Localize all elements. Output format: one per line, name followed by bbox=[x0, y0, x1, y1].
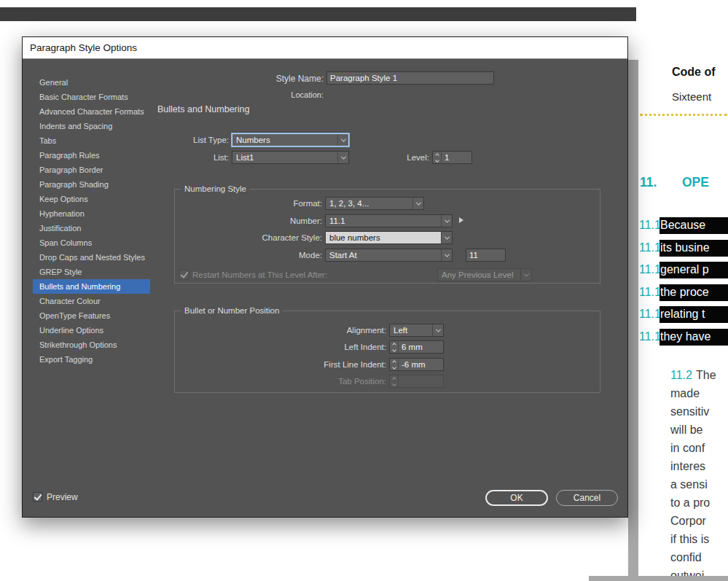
ok-button[interactable]: OK bbox=[485, 490, 548, 506]
number-label: Number: bbox=[213, 214, 322, 227]
location-label: Location: bbox=[251, 88, 324, 101]
chevron-down-icon bbox=[432, 324, 443, 336]
stepper-arrows-icon[interactable] bbox=[390, 359, 399, 370]
doc-para-line: in conf bbox=[670, 439, 728, 457]
doc-section-number: 11. bbox=[640, 175, 657, 190]
sidebar-item-hyphenation[interactable]: Hyphenation bbox=[33, 206, 150, 221]
doc-para-line: confid bbox=[670, 548, 728, 566]
tab-position-value bbox=[399, 375, 443, 387]
cancel-button[interactable]: Cancel bbox=[556, 490, 618, 506]
doc-para-line: if this is bbox=[670, 530, 728, 548]
stepper-arrows-icon[interactable] bbox=[433, 152, 442, 163]
number-flyout-icon[interactable] bbox=[459, 217, 463, 223]
character-style-value: blue numbers bbox=[326, 232, 441, 243]
format-dropdown[interactable]: 1, 2, 3, 4... bbox=[325, 197, 424, 210]
dialog-title: Paragraph Style Options bbox=[23, 37, 627, 59]
panel-title: Bullets and Numbering bbox=[157, 104, 249, 114]
doc-numbered-line: 11.1 they have bbox=[639, 329, 728, 346]
stepper-arrows-icon[interactable] bbox=[390, 341, 399, 353]
first-line-indent-stepper[interactable]: -6 mm bbox=[389, 358, 444, 371]
doc-line-text-highlighted: general p bbox=[659, 262, 728, 278]
stepper-arrows-icon bbox=[390, 375, 399, 387]
doc-line-number: 11.1 bbox=[639, 217, 659, 234]
style-name-input[interactable] bbox=[326, 71, 494, 85]
sidebar-item-paragraph-shading[interactable]: Paragraph Shading bbox=[33, 177, 150, 192]
doc-numbered-line: 11.1 general p bbox=[639, 262, 728, 278]
restart-level-dropdown[interactable]: Any Previous Level bbox=[437, 268, 532, 281]
sidebar-item-bullets-and-numbering[interactable]: Bullets and Numbering bbox=[33, 279, 150, 294]
preview-label: Preview bbox=[47, 491, 78, 504]
doc-para-line: Corpor bbox=[670, 512, 728, 530]
numbering-style-group: Numbering Style Format: 1, 2, 3, 4... Nu… bbox=[174, 189, 600, 284]
sidebar-item-strikethrough-options[interactable]: Strikethrough Options bbox=[33, 338, 150, 352]
sidebar-item-advanced-character-formats[interactable]: Advanced Character Formats bbox=[33, 104, 150, 119]
sidebar-item-paragraph-border[interactable]: Paragraph Border bbox=[33, 163, 150, 177]
chevron-down-icon bbox=[337, 152, 348, 163]
doc-heading: Code of bbox=[672, 66, 716, 79]
sidebar-item-general[interactable]: General bbox=[33, 75, 150, 90]
level-stepper[interactable]: 1 bbox=[432, 151, 472, 164]
sidebar-item-character-colour[interactable]: Character Colour bbox=[33, 294, 150, 308]
character-style-dropdown[interactable]: blue numbers bbox=[325, 231, 453, 244]
doc-para-line: outwei bbox=[670, 566, 728, 576]
doc-numbered-line: 11.1 the proce bbox=[639, 284, 728, 301]
list-type-label: List Type: bbox=[156, 133, 229, 147]
restart-numbers-checkbox[interactable] bbox=[179, 270, 189, 279]
sidebar-item-keep-options[interactable]: Keep Options bbox=[33, 192, 150, 206]
list-value: List1 bbox=[232, 152, 337, 163]
sidebar-item-basic-character-formats[interactable]: Basic Character Formats bbox=[33, 90, 150, 104]
doc-numbered-line: 11.1 relating t bbox=[639, 306, 728, 323]
list-type-value: Numbers bbox=[232, 134, 337, 146]
doc-para-line: to a pro bbox=[670, 494, 728, 512]
doc-para-line: a sensi bbox=[670, 475, 728, 494]
sidebar-item-span-columns[interactable]: Span Columns bbox=[33, 235, 150, 250]
doc-line-number: 11.1 bbox=[639, 240, 659, 257]
numbering-style-group-title: Numbering Style bbox=[181, 184, 250, 194]
number-combobox[interactable]: 11.1 bbox=[325, 214, 453, 227]
doc-para-line: made bbox=[670, 384, 728, 402]
doc-line-number: 11.1 bbox=[639, 329, 659, 346]
sidebar-item-drop-caps-and-nested-styles[interactable]: Drop Caps and Nested Styles bbox=[33, 250, 150, 265]
alignment-value: Left bbox=[390, 324, 432, 336]
sidebar-item-justification[interactable]: Justification bbox=[33, 221, 150, 235]
dialog-title-bar[interactable]: Paragraph Style Options bbox=[23, 37, 627, 59]
bullet-position-group-title: Bullet or Number Position bbox=[181, 305, 283, 316]
list-label: List: bbox=[156, 151, 229, 164]
bullet-position-group: Bullet or Number Position Alignment: Lef… bbox=[174, 311, 600, 393]
sidebar-item-tabs[interactable]: Tabs bbox=[33, 133, 150, 148]
restart-numbers-label: Restart Numbers at This Level After: bbox=[192, 268, 327, 281]
doc-numbered-line: 11.1 Because bbox=[639, 217, 728, 234]
list-dropdown[interactable]: List1 bbox=[232, 151, 349, 164]
format-label: Format: bbox=[213, 197, 322, 210]
sidebar-item-paragraph-rules[interactable]: Paragraph Rules bbox=[33, 148, 150, 163]
mode-start-at-input[interactable] bbox=[466, 249, 506, 262]
doc-line-text-highlighted: relating t bbox=[659, 306, 728, 323]
doc-para-line: will be bbox=[670, 421, 728, 439]
left-indent-stepper[interactable]: 6 mm bbox=[389, 340, 444, 354]
sidebar-item-indents-and-spacing[interactable]: Indents and Spacing bbox=[33, 119, 150, 133]
document-page: Code of Sixteent 11. OPE 11.1 Because 11… bbox=[638, 0, 728, 576]
tab-position-label: Tab Position: bbox=[277, 375, 386, 388]
sidebar-item-underline-options[interactable]: Underline Options bbox=[33, 323, 150, 338]
doc-section-title: OPE bbox=[682, 175, 709, 190]
chevron-down-icon bbox=[412, 198, 423, 209]
doc-dotted-rule bbox=[640, 114, 727, 116]
doc-para-text: The bbox=[696, 369, 716, 381]
preview-checkbox[interactable] bbox=[33, 492, 42, 502]
mode-dropdown[interactable]: Start At bbox=[325, 249, 453, 262]
doc-line-text-highlighted: its busine bbox=[659, 240, 728, 257]
doc-line-text-highlighted: the proce bbox=[659, 284, 728, 301]
sidebar-item-opentype-features[interactable]: OpenType Features bbox=[33, 308, 150, 323]
chevron-down-icon bbox=[520, 269, 531, 281]
alignment-dropdown[interactable]: Left bbox=[389, 324, 444, 337]
chevron-down-icon bbox=[441, 249, 452, 261]
doc-line-number: 11.1 bbox=[639, 262, 659, 278]
doc-paragraph-11-2: 11.2The made sensitiv will be in conf in… bbox=[670, 366, 728, 576]
tab-position-stepper bbox=[389, 375, 444, 388]
level-label: Level: bbox=[385, 151, 429, 164]
sidebar-item-export-tagging[interactable]: Export Tagging bbox=[33, 352, 150, 367]
sidebar-item-grep-style[interactable]: GREP Style bbox=[33, 265, 150, 279]
character-style-label: Character Style: bbox=[213, 231, 322, 244]
first-line-indent-label: First Line Indent: bbox=[277, 358, 386, 371]
list-type-dropdown[interactable]: Numbers bbox=[232, 133, 349, 147]
